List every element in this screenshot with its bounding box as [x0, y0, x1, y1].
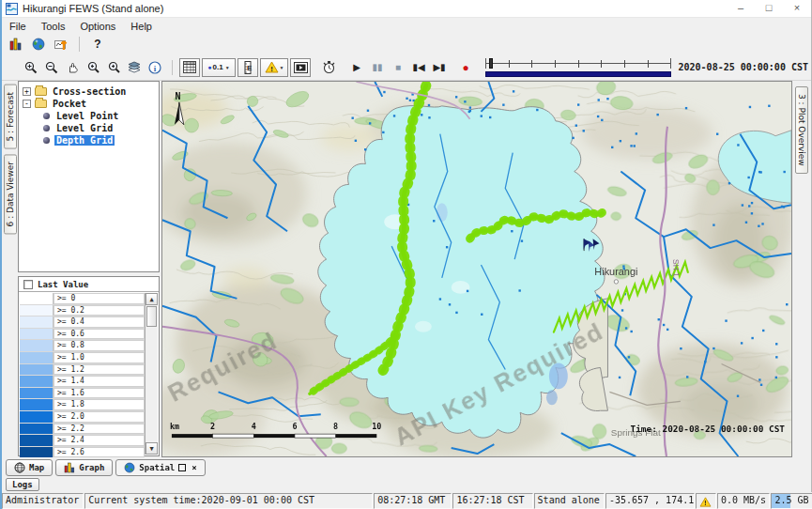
- north-label: N: [175, 91, 180, 101]
- scroll-thumb[interactable]: [146, 306, 157, 327]
- svg-text:E: E: [247, 63, 253, 71]
- minimize-button[interactable]: –: [727, 0, 755, 18]
- time-slider[interactable]: [485, 57, 671, 77]
- info-icon[interactable]: i: [145, 58, 165, 77]
- current-datetime: 2020-08-25 00:00:00 CST: [679, 62, 811, 72]
- scroll-down-icon[interactable]: ▼: [146, 442, 158, 455]
- tab-maximize-icon[interactable]: [178, 464, 186, 471]
- tree-item-depth-grid[interactable]: Depth Grid: [19, 134, 159, 147]
- layers-icon[interactable]: [124, 58, 145, 77]
- legend-row[interactable]: >= 1.8: [20, 399, 145, 411]
- tree-item-label[interactable]: Level Grid: [54, 123, 115, 133]
- zoom-previous-icon[interactable]: [83, 58, 103, 77]
- menu-help[interactable]: Help: [123, 21, 160, 32]
- tree-item-pocket[interactable]: - Pocket: [19, 98, 159, 110]
- tree-item-cross-section[interactable]: + Cross-section: [19, 85, 159, 98]
- legend-class-label: >= 1.2: [54, 364, 145, 376]
- pause-button[interactable]: ▮▮: [367, 58, 388, 77]
- menu-tools[interactable]: Tools: [34, 21, 73, 32]
- legend-row[interactable]: >= 2.4: [20, 435, 145, 447]
- legend-row[interactable]: >= 0.6: [20, 329, 145, 341]
- level-point-dot: [630, 145, 632, 147]
- legend-row[interactable]: >= 1.0: [20, 352, 145, 364]
- legend-row[interactable]: >= 0.2: [20, 305, 145, 317]
- level-point-dot: [536, 109, 538, 111]
- tab-graph[interactable]: Graph: [55, 459, 113, 476]
- legend-row[interactable]: >= 1.6: [20, 388, 145, 400]
- layer-bullet-icon: [43, 113, 50, 119]
- bottom-tab-bar: Map Graph Spatial ×: [2, 457, 811, 476]
- legend-row[interactable]: >= 0.4: [20, 316, 145, 329]
- legend-title: Last Value: [38, 280, 88, 289]
- tab-data-viewer[interactable]: 6 : Data Viewer: [4, 154, 17, 234]
- help-button[interactable]: ?: [86, 35, 109, 54]
- animation-settings-icon[interactable]: [318, 58, 339, 77]
- expand-icon[interactable]: +: [23, 87, 31, 96]
- legend-class-label: >= 2.0: [54, 411, 145, 423]
- legend-color-swatch: [20, 411, 54, 423]
- maximize-button[interactable]: □: [755, 0, 783, 18]
- skip-to-start-button[interactable]: ▮◀: [408, 58, 429, 77]
- legend-scrollbar[interactable]: ▲ ▼: [145, 293, 158, 455]
- logs-button[interactable]: Logs: [6, 478, 39, 491]
- tab-map[interactable]: Map: [6, 459, 53, 476]
- profile-chart-icon[interactable]: [50, 35, 72, 54]
- record-button[interactable]: ●: [455, 58, 476, 77]
- reports-icon[interactable]: [5, 35, 27, 54]
- legend-row[interactable]: >= 2.0: [20, 411, 145, 424]
- tab-plot-overview[interactable]: 3 : Plot Overview: [795, 86, 808, 174]
- legend-class-label: >= 1.4: [54, 376, 145, 387]
- map-viewport[interactable]: API Key Required API Key Required Hikura…: [161, 81, 792, 457]
- menu-options[interactable]: Options: [72, 21, 123, 32]
- play-button[interactable]: ▶: [346, 58, 367, 77]
- main-toolbar: ?: [2, 34, 811, 54]
- zoom-next-icon[interactable]: [103, 58, 124, 77]
- level-point-dot: [621, 309, 623, 311]
- warning-icon: !: [699, 497, 712, 507]
- zoom-in-icon[interactable]: [21, 58, 41, 77]
- close-button[interactable]: ×: [783, 0, 811, 18]
- menu-file[interactable]: File: [2, 21, 34, 32]
- chevron-down-icon: ▼: [280, 65, 284, 70]
- grid-display-icon[interactable]: [179, 58, 200, 77]
- globe-icon[interactable]: [27, 35, 50, 54]
- legend-row[interactable]: >= 0.8: [20, 340, 145, 352]
- tree-item-level-grid[interactable]: Level Grid: [19, 122, 159, 134]
- level-point-dot: [656, 114, 658, 116]
- warning-threshold-dropdown[interactable]: ! ▼: [260, 58, 288, 77]
- tree-item-label[interactable]: Pocket: [51, 99, 88, 109]
- map-canvas[interactable]: API Key Required API Key Required Hikura…: [162, 82, 791, 456]
- collapse-icon[interactable]: -: [23, 100, 31, 108]
- level-point-dot: [749, 106, 751, 108]
- timeline-tick: [601, 60, 602, 68]
- slider-handle[interactable]: [489, 58, 493, 69]
- tree-item-level-point[interactable]: Level Point: [19, 110, 159, 122]
- legend-row[interactable]: >= 2.2: [20, 424, 145, 436]
- legend-class-label: >= 0: [54, 293, 145, 304]
- tab-close-icon[interactable]: ×: [192, 463, 196, 472]
- level-point-dot: [751, 337, 753, 339]
- skip-to-end-button[interactable]: ▶▮: [429, 58, 450, 77]
- tab-forecast[interactable]: 5 : Forecast: [4, 85, 17, 149]
- legend-color-swatch: [20, 293, 54, 304]
- legend-row[interactable]: >= 0: [20, 293, 145, 305]
- legend-row[interactable]: >= 1.4: [20, 376, 145, 388]
- stop-button[interactable]: ■: [388, 58, 408, 77]
- scale-tick: 4: [252, 422, 256, 431]
- scroll-up-icon[interactable]: ▲: [146, 293, 158, 305]
- legend-row[interactable]: >= 1.2: [20, 364, 145, 377]
- tree-item-label[interactable]: Cross-section: [51, 86, 128, 97]
- time-slider-track[interactable]: [485, 57, 671, 69]
- last-value-checkbox[interactable]: [23, 280, 33, 289]
- pan-hand-icon[interactable]: [62, 58, 83, 77]
- legend-class-label: >= 0.8: [54, 340, 145, 351]
- tree-item-label[interactable]: Level Point: [54, 111, 120, 121]
- tree-item-label-selected[interactable]: Depth Grid: [54, 135, 115, 146]
- gauge-scale-icon[interactable]: E: [237, 58, 258, 77]
- tab-spatial[interactable]: Spatial ×: [115, 459, 205, 476]
- level-point-dot: [741, 342, 743, 344]
- contour-interval-dropdown[interactable]: ● 0.1 ▼: [202, 58, 236, 77]
- animation-player-icon[interactable]: [290, 58, 311, 77]
- road-label: SH 1: [671, 259, 682, 277]
- zoom-out-icon[interactable]: [41, 58, 62, 77]
